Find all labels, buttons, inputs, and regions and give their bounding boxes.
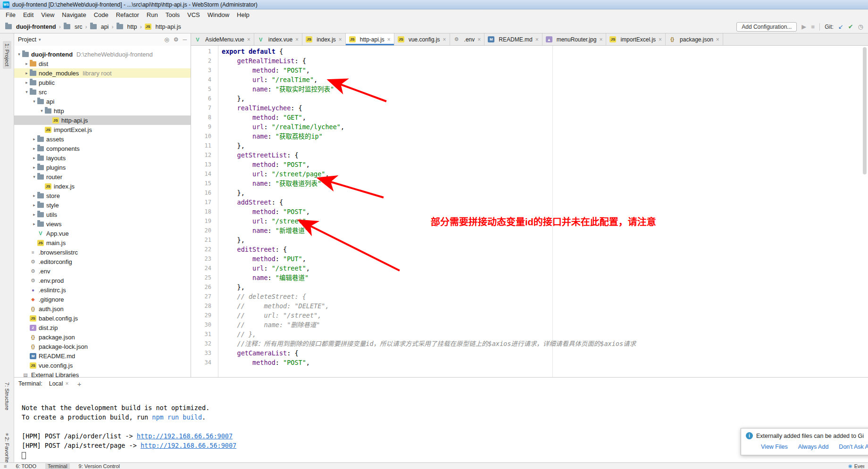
tree-item[interactable]: JShttp-api.js — [14, 115, 191, 125]
terminal-tab-local[interactable]: Local × — [46, 379, 72, 388]
close-icon[interactable]: × — [387, 36, 391, 43]
tab-README.md[interactable]: MREADME.md× — [484, 33, 542, 45]
tab-http-api.js[interactable]: JShttp-api.js× — [346, 33, 394, 45]
menu-item-tools[interactable]: Tools — [162, 10, 184, 20]
tree-item[interactable]: ▸views — [14, 219, 191, 229]
chevron-right-icon[interactable]: ▸ — [31, 212, 37, 217]
tree-item[interactable]: ⚙.editorconfig — [14, 257, 191, 266]
menu-item-navigate[interactable]: Navigate — [58, 10, 90, 20]
tree-item[interactable]: JSvue.config.js — [14, 361, 191, 370]
toolwindow-switcher-icon[interactable]: ≡ — [4, 463, 7, 469]
close-icon[interactable]: × — [599, 36, 602, 43]
notification-action-dontaskagai[interactable]: Don't Ask Agai — [839, 444, 868, 450]
close-icon[interactable]: × — [295, 36, 299, 43]
tree-item[interactable]: ▾duoji-frontendD:\zheheWeb\duoji-fronten… — [14, 49, 191, 59]
tab-vue.config.js[interactable]: JSvue.config.js× — [394, 33, 450, 45]
event-log-label[interactable]: Event Log — [854, 463, 864, 469]
tab-menuRouter.jpg[interactable]: ▴menuRouter.jpg× — [542, 33, 607, 45]
project-view-selector[interactable]: Project — [18, 36, 36, 43]
menu-item-code[interactable]: Code — [90, 10, 112, 20]
terminal-link[interactable]: http://192.168.66.56:9007 — [141, 442, 236, 449]
breadcrumb-item[interactable]: duoji-frontend — [4, 23, 58, 31]
tree-item[interactable]: ●.eslintrc.js — [14, 285, 191, 295]
editor-scrollbar[interactable] — [863, 47, 867, 174]
tree-item[interactable]: ▸assets — [14, 134, 191, 144]
tree-item[interactable]: ▸public — [14, 78, 191, 87]
breadcrumb-item[interactable]: src — [62, 23, 84, 31]
toolwindow-button-favorites[interactable]: ★2: Favorites — [3, 429, 11, 468]
update-project-icon[interactable]: ↙ — [838, 23, 843, 30]
tree-item[interactable]: ⚙.env.prod — [14, 276, 191, 285]
tree-item[interactable]: ▸node_moduleslibrary root — [14, 68, 191, 78]
notification-action-alwaysadd[interactable]: Always Add — [798, 444, 829, 450]
statusbar-item-terminal[interactable]: Terminal — [45, 463, 70, 469]
tree-item[interactable]: ⚙.env — [14, 266, 191, 276]
tree-item[interactable]: ▸utils — [14, 210, 191, 219]
hide-icon[interactable]: ─ — [183, 36, 187, 43]
history-icon[interactable]: ◷ — [858, 23, 863, 30]
event-log-icon[interactable]: ◉ — [848, 463, 852, 469]
tree-item[interactable]: ▾src — [14, 87, 191, 97]
tree-item[interactable]: ◆.gitignore — [14, 295, 191, 304]
chevron-right-icon[interactable]: ▸ — [24, 61, 30, 66]
terminal-output[interactable]: Note that the development build is not o… — [14, 390, 868, 462]
statusbar-item-todo[interactable]: 6: TODO — [13, 463, 39, 469]
menu-item-window[interactable]: Window — [204, 10, 233, 20]
tree-item[interactable]: ▸plugins — [14, 163, 191, 172]
close-icon[interactable]: × — [66, 380, 69, 387]
tab-importExcel.js[interactable]: JSimportExcel.js× — [606, 33, 666, 45]
chevron-down-icon[interactable]: ▾ — [24, 90, 30, 94]
chevron-right-icon[interactable]: ▸ — [31, 146, 37, 151]
menu-item-view[interactable]: View — [37, 10, 58, 20]
close-icon[interactable]: × — [339, 36, 342, 43]
close-icon[interactable]: × — [247, 36, 250, 43]
terminal-link[interactable]: http://192.168.66.56:9007 — [137, 432, 233, 440]
close-icon[interactable]: × — [716, 36, 719, 43]
menu-item-vcs[interactable]: VCS — [184, 10, 204, 20]
tree-item[interactable]: Zdist.zip — [14, 323, 191, 332]
chevron-right-icon[interactable]: ▸ — [31, 165, 37, 170]
menu-item-file[interactable]: File — [2, 10, 19, 20]
tab-AsideMenu.vue[interactable]: VAsideMenu.vue× — [191, 33, 254, 45]
locate-icon[interactable]: ◎ — [164, 36, 169, 43]
chevron-right-icon[interactable]: ▸ — [31, 203, 37, 207]
tree-item[interactable]: JSindex.js — [14, 181, 191, 191]
breadcrumb-item[interactable]: api — [89, 23, 110, 31]
menu-item-run[interactable]: Run — [143, 10, 162, 20]
stop-icon[interactable]: ■ — [811, 23, 815, 30]
code-pane[interactable]: export default { getRealTimeList: { meth… — [219, 46, 868, 377]
tree-item[interactable]: JSmain.js — [14, 238, 191, 247]
chevron-down-icon[interactable]: ▾ — [16, 52, 22, 57]
tree-item[interactable]: ▸layouts — [14, 153, 191, 163]
tree-item[interactable]: ▾api — [14, 97, 191, 106]
toolwindow-button-project[interactable]: 1: Project — [3, 41, 11, 69]
settings-icon[interactable]: ⚙ — [174, 36, 179, 43]
tab-index.js[interactable]: JSindex.js× — [302, 33, 346, 45]
chevron-right-icon[interactable]: ▸ — [24, 80, 30, 85]
notification-action-viewfiles[interactable]: View Files — [761, 444, 788, 450]
tab-package.json[interactable]: {}package.json× — [666, 33, 723, 45]
tree-item[interactable]: MREADME.md — [14, 351, 191, 361]
chevron-right-icon[interactable]: ▸ — [31, 137, 37, 141]
chevron-right-icon[interactable]: ▸ — [31, 193, 37, 198]
run-icon[interactable]: ▶ — [801, 23, 806, 30]
tree-item[interactable]: ▾router — [14, 172, 191, 181]
chevron-down-icon[interactable]: ▾ — [31, 174, 37, 179]
tree-item[interactable]: ▸dist — [14, 59, 191, 68]
commit-icon[interactable]: ✔ — [848, 23, 853, 30]
chevron-down-icon[interactable]: ▾ — [31, 99, 37, 104]
tree-item[interactable]: ▾http — [14, 106, 191, 115]
tree-item[interactable]: JSbabel.config.js — [14, 313, 191, 323]
tab-.env[interactable]: ⚙.env× — [450, 33, 485, 45]
tree-item[interactable]: {}package.json — [14, 332, 191, 342]
tree-item[interactable]: JSimportExcel.js — [14, 125, 191, 134]
titlebar[interactable]: WS duoji-frontend [D:\zheheWeb\duoji-fro… — [0, 0, 868, 9]
tree-item[interactable]: {}auth.json — [14, 304, 191, 313]
tree-item[interactable]: ▸style — [14, 200, 191, 210]
tree-item[interactable]: ≡.browserslistrc — [14, 247, 191, 257]
breadcrumb-item[interactable]: http — [115, 23, 139, 31]
chevron-down-icon[interactable]: ▾ — [39, 108, 45, 113]
tab-index.vue[interactable]: Vindex.vue× — [254, 33, 302, 45]
menu-item-help[interactable]: Help — [233, 10, 253, 20]
add-configuration-button[interactable]: Add Configuration... — [736, 22, 797, 32]
